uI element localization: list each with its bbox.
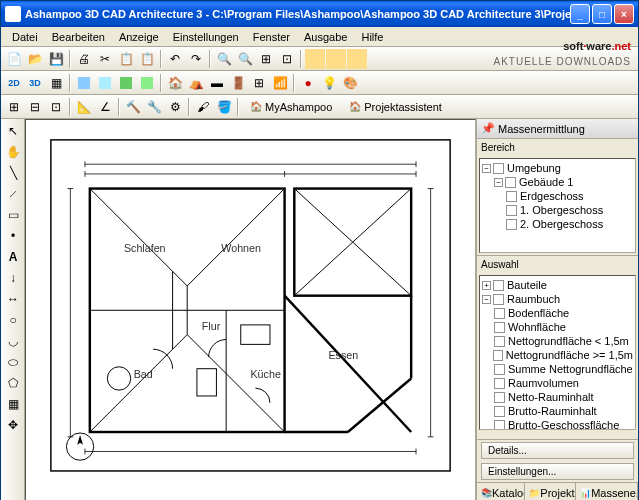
settings-button[interactable]: Einstellungen... [481, 463, 634, 480]
zoom-fit-icon[interactable]: ⊞ [256, 49, 276, 69]
circle-icon[interactable]: ○ [3, 310, 23, 330]
floorplan-drawing: Schlafen Wohnen Flur Bad Küche Essen [46, 135, 455, 476]
view4-icon[interactable] [137, 73, 157, 93]
view2-icon[interactable] [95, 73, 115, 93]
zoom-in-icon[interactable]: 🔍 [214, 49, 234, 69]
polyline-icon[interactable]: ⟋ [3, 184, 23, 204]
tab-massen[interactable]: 📊Massene... [576, 483, 638, 500]
stair-icon[interactable]: 📶 [270, 73, 290, 93]
details-button[interactable]: Details... [481, 442, 634, 459]
grid-icon[interactable] [326, 49, 346, 69]
room-label: Flur [202, 320, 221, 332]
rect-icon[interactable]: ▭ [3, 205, 23, 225]
grid2-tool-icon[interactable]: ⊟ [25, 97, 45, 117]
drawing-canvas[interactable]: Schlafen Wohnen Flur Bad Küche Essen [25, 119, 476, 500]
zoom-window-icon[interactable]: ⊡ [277, 49, 297, 69]
wrench-icon[interactable]: 🔧 [144, 97, 164, 117]
roof-icon[interactable]: ⛺ [186, 73, 206, 93]
config-icon[interactable]: ⚙ [165, 97, 185, 117]
toolbar-main: 📄 📂 💾 🖨 ✂ 📋 📋 ↶ ↷ 🔍 🔍 ⊞ ⊡ [1, 47, 638, 71]
tree-bereich[interactable]: −Umgebung −Gebäude 1 Erdgeschoss 1. Ober… [479, 158, 636, 253]
window-title: Ashampoo 3D CAD Architecture 3 - C:\Prog… [25, 8, 570, 20]
copy-icon[interactable]: 📋 [116, 49, 136, 69]
material-icon[interactable]: 🎨 [340, 73, 360, 93]
tab-katalog[interactable]: 📚Katalog [477, 483, 525, 500]
room-label: Bad [134, 368, 153, 380]
cut-icon[interactable]: ✂ [95, 49, 115, 69]
save-icon[interactable]: 💾 [46, 49, 66, 69]
2d-icon[interactable]: 2D [4, 73, 24, 93]
render-icon[interactable]: ● [298, 73, 318, 93]
minimize-button[interactable]: _ [570, 4, 590, 24]
undo-icon[interactable]: ↶ [165, 49, 185, 69]
panel-tabs: 📚Katalog 📁Projekte 📊Massene... [477, 482, 638, 500]
light-icon[interactable]: 💡 [319, 73, 339, 93]
3d-icon[interactable]: 3D [25, 73, 45, 93]
grid3-tool-icon[interactable]: ⊡ [46, 97, 66, 117]
room-label: Schlafen [124, 242, 166, 254]
bucket-icon[interactable]: 🪣 [214, 97, 234, 117]
toolbar-view: 2D 3D ▦ 🏠 ⛺ ▬ 🚪 ⊞ 📶 ● 💡 🎨 [1, 71, 638, 95]
svg-line-20 [285, 296, 412, 432]
grid-tool-icon[interactable]: ⊞ [4, 97, 24, 117]
tree-auswahl[interactable]: +Bauteile −Raumbuch Bodenfläche Wohnfläc… [479, 275, 636, 430]
angle-icon[interactable]: ∠ [95, 97, 115, 117]
menu-anzeige[interactable]: Anzeige [112, 29, 166, 45]
left-toolbar: ↖ ✋ ╲ ⟋ ▭ • A ↓ ↔ ○ ◡ ⬭ ⬠ ▦ ✥ [1, 119, 25, 500]
redo-icon[interactable]: ↷ [186, 49, 206, 69]
snap-icon[interactable] [347, 49, 367, 69]
view1-icon[interactable] [74, 73, 94, 93]
hand-icon[interactable]: ✋ [3, 142, 23, 162]
menubar: Datei Bearbeiten Anzeige Einstellungen F… [1, 27, 638, 47]
menu-fenster[interactable]: Fenster [246, 29, 297, 45]
toolbar-tools: ⊞ ⊟ ⊡ 📐 ∠ 🔨 🔧 ⚙ 🖌 🪣 🏠 MyAshampoo 🏠 Proje… [1, 95, 638, 119]
window-icon[interactable]: ⊞ [249, 73, 269, 93]
select-icon[interactable]: ↖ [3, 121, 23, 141]
tab-projektassistent[interactable]: 🏠 Projektassistent [341, 99, 450, 115]
svg-line-22 [348, 378, 411, 432]
polygon-icon[interactable]: ⬠ [3, 373, 23, 393]
print-icon[interactable]: 🖨 [74, 49, 94, 69]
text-icon[interactable]: A [3, 247, 23, 267]
move-icon[interactable]: ✥ [3, 415, 23, 435]
point-icon[interactable]: • [3, 226, 23, 246]
zoom-out-icon[interactable]: 🔍 [235, 49, 255, 69]
svg-point-28 [107, 367, 130, 390]
line-icon[interactable]: ╲ [3, 163, 23, 183]
section-bereich: Bereich [477, 139, 638, 156]
paint-icon[interactable]: 🖌 [193, 97, 213, 117]
menu-einstellungen[interactable]: Einstellungen [166, 29, 246, 45]
paste-icon[interactable]: 📋 [137, 49, 157, 69]
right-panel: 📌Massenermittlung Bereich −Umgebung −Geb… [476, 119, 638, 500]
door-icon[interactable]: 🚪 [228, 73, 248, 93]
tab-projekte[interactable]: 📁Projekte [525, 483, 576, 500]
open-icon[interactable]: 📂 [25, 49, 45, 69]
room-label: Küche [250, 368, 280, 380]
menu-hilfe[interactable]: Hilfe [354, 29, 390, 45]
arc-icon[interactable]: ◡ [3, 331, 23, 351]
home-icon[interactable]: 🏠 [165, 73, 185, 93]
wall-icon[interactable]: ▬ [207, 73, 227, 93]
new-icon[interactable]: 📄 [4, 49, 24, 69]
menu-datei[interactable]: Datei [5, 29, 45, 45]
view3-icon[interactable] [116, 73, 136, 93]
ellipse-icon[interactable]: ⬭ [3, 352, 23, 372]
arrow-icon[interactable]: ↓ [3, 268, 23, 288]
dim-icon[interactable]: ↔ [3, 289, 23, 309]
section-icon[interactable]: ▦ [46, 73, 66, 93]
menu-bearbeiten[interactable]: Bearbeiten [45, 29, 112, 45]
menu-ausgabe[interactable]: Ausgabe [297, 29, 354, 45]
room-label: Wohnen [221, 242, 261, 254]
hammer-icon[interactable]: 🔨 [123, 97, 143, 117]
measure-icon[interactable]: 📐 [74, 97, 94, 117]
titlebar: Ashampoo 3D CAD Architecture 3 - C:\Prog… [1, 1, 638, 27]
tab-myashampoo[interactable]: 🏠 MyAshampoo [242, 99, 340, 115]
panel-title: 📌Massenermittlung [477, 119, 638, 139]
room-label: Essen [328, 349, 358, 361]
svg-rect-30 [197, 369, 216, 396]
maximize-button[interactable]: □ [592, 4, 612, 24]
hatch-icon[interactable]: ▦ [3, 394, 23, 414]
layers-icon[interactable] [305, 49, 325, 69]
close-button[interactable]: × [614, 4, 634, 24]
section-auswahl: Auswahl [477, 256, 638, 273]
